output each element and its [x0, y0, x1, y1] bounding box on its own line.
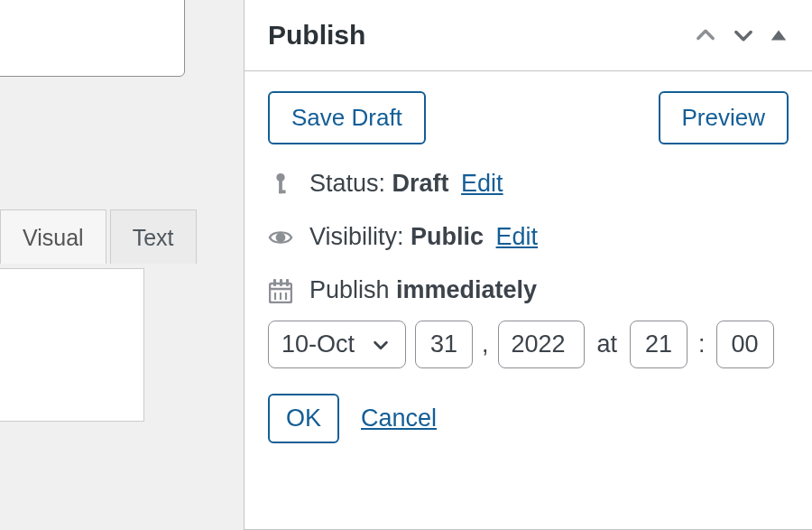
- move-down-icon[interactable]: [731, 23, 756, 48]
- editor-body-fragment[interactable]: [0, 268, 144, 422]
- visibility-edit-link[interactable]: Edit: [496, 223, 539, 250]
- svg-marker-0: [771, 31, 787, 41]
- move-up-icon[interactable]: [693, 23, 718, 48]
- colon-label: :: [697, 330, 707, 358]
- svg-point-4: [277, 233, 284, 240]
- schedule-value: immediately: [396, 276, 537, 303]
- metabox-header: Publish: [245, 0, 812, 71]
- svg-rect-9: [286, 279, 289, 286]
- month-select-value: 10-Oct: [281, 330, 355, 358]
- schedule-label: Publish: [309, 276, 396, 303]
- ok-button[interactable]: OK: [268, 394, 339, 443]
- actions-row: Save Draft Preview: [268, 91, 789, 144]
- cancel-link[interactable]: Cancel: [361, 404, 437, 432]
- preview-button[interactable]: Preview: [659, 91, 789, 144]
- publish-metabox: Publish Save Draft Preview Status: Draft: [244, 0, 812, 530]
- svg-rect-7: [273, 279, 276, 286]
- at-label: at: [594, 330, 622, 358]
- status-value: Draft: [392, 170, 449, 197]
- collapse-toggle-icon[interactable]: [769, 25, 789, 45]
- day-input[interactable]: [415, 321, 473, 368]
- status-label: Status:: [309, 170, 392, 197]
- title-input-fragment[interactable]: [0, 0, 185, 77]
- visibility-value: Public: [411, 223, 484, 250]
- comma-label: ,: [482, 330, 489, 358]
- minute-input[interactable]: [716, 321, 774, 368]
- metabox-title: Publish: [268, 20, 693, 51]
- svg-rect-8: [280, 279, 282, 286]
- tab-visual[interactable]: Visual: [0, 209, 106, 264]
- chevron-down-icon: [371, 335, 391, 355]
- calendar-icon: [268, 278, 293, 303]
- metabox-body: Save Draft Preview Status: Draft Edit Vi…: [245, 71, 812, 463]
- status-row: Status: Draft Edit: [268, 170, 789, 198]
- confirm-row: OK Cancel: [268, 394, 789, 443]
- eye-icon: [268, 228, 293, 247]
- tab-text[interactable]: Text: [110, 209, 197, 264]
- key-icon: [268, 172, 293, 196]
- month-select[interactable]: 10-Oct: [268, 321, 406, 368]
- editor-tabs: Visual Text: [0, 209, 200, 264]
- date-inputs-row: 10-Oct , at :: [268, 321, 789, 368]
- status-edit-link[interactable]: Edit: [461, 170, 503, 197]
- hour-input[interactable]: [630, 321, 687, 368]
- year-input[interactable]: [498, 321, 585, 368]
- schedule-row: Publish immediately: [268, 276, 789, 304]
- svg-rect-3: [279, 190, 285, 193]
- visibility-row: Visibility: Public Edit: [268, 223, 789, 251]
- visibility-label: Visibility:: [309, 223, 411, 250]
- save-draft-button[interactable]: Save Draft: [268, 91, 426, 144]
- metabox-header-controls: [693, 23, 789, 48]
